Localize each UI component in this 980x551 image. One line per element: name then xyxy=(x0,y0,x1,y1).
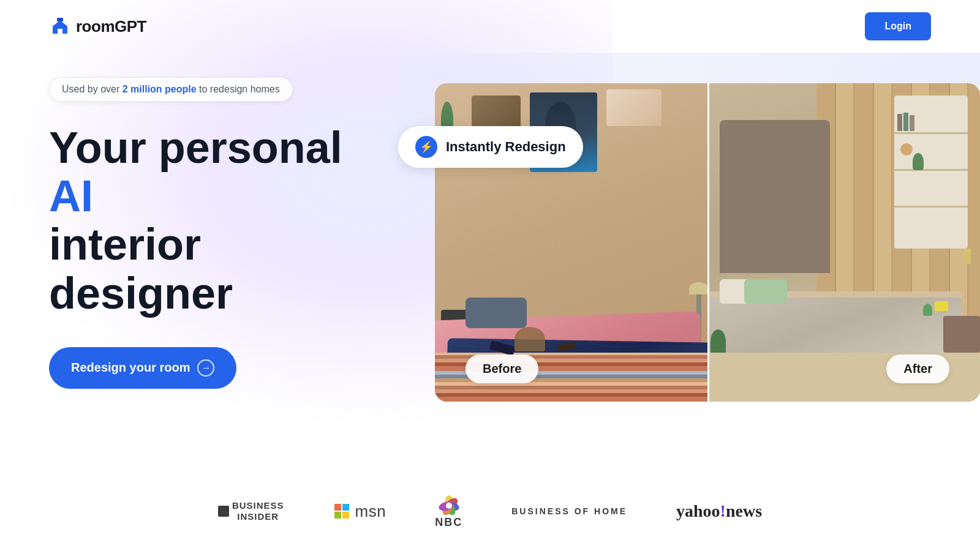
msn-text: msn xyxy=(355,502,386,521)
msn-logo: msn xyxy=(333,502,386,521)
book-3 xyxy=(910,115,914,131)
svg-point-7 xyxy=(446,503,452,509)
nbc-logo: NBC xyxy=(435,493,462,529)
header: roomGPT Login xyxy=(0,0,980,53)
msn-icon xyxy=(333,503,350,520)
shelf-3 xyxy=(894,206,968,208)
before-label: Before xyxy=(466,354,538,383)
pillow-dark xyxy=(466,298,527,328)
business-insider-logo: BUSINESS INSIDER xyxy=(218,500,284,522)
svg-rect-0 xyxy=(57,18,63,21)
after-bed xyxy=(707,242,962,353)
nightstand xyxy=(943,316,980,353)
arrow-icon: → xyxy=(197,359,214,377)
shelf-2 xyxy=(894,169,968,171)
room-after: After xyxy=(707,83,980,402)
candle xyxy=(963,249,971,264)
hero-title-ai: AI xyxy=(49,171,93,220)
book-1 xyxy=(897,114,902,131)
social-proof-suffix: to redesign homes xyxy=(197,84,280,94)
shelf-1 xyxy=(894,132,968,134)
logo-text: roomGPT xyxy=(76,17,146,36)
shelving xyxy=(894,96,968,249)
logo[interactable]: roomGPT xyxy=(49,15,146,37)
business-of-home-logo: BUSINESS OF HOME xyxy=(511,506,627,516)
yellow-accent xyxy=(935,301,948,311)
social-proof-badge: Used by over 2 million people to redesig… xyxy=(49,77,293,102)
redesign-badge-text: Instantly Redesign xyxy=(446,139,566,155)
hero-title-part2: interior designer xyxy=(49,220,233,317)
logo-icon xyxy=(49,15,71,37)
yahoo-text: yahoo!news xyxy=(676,501,762,521)
wall-photo-3 xyxy=(606,89,662,126)
login-button[interactable]: Login xyxy=(865,12,931,40)
boh-text: BUSINESS OF HOME xyxy=(511,506,627,516)
after-pillow-2 xyxy=(744,279,787,304)
nbc-text: NBC xyxy=(435,516,462,529)
floor-plant xyxy=(710,329,726,354)
bi-text-line2: INSIDER xyxy=(232,511,284,522)
press-section: BUSINESS INSIDER msn NBC BUSINESS xyxy=(0,471,980,551)
cta-button[interactable]: Redesign your room → xyxy=(49,347,236,389)
shelf-plant xyxy=(913,153,924,170)
social-proof-text: Used by over 2 million people to redesig… xyxy=(62,84,280,95)
bi-text-line1: BUSINESS xyxy=(232,500,284,511)
cta-label: Redesign your room xyxy=(71,361,190,375)
room-divider xyxy=(707,83,709,402)
after-label: After xyxy=(886,354,949,383)
social-proof-highlight: 2 million people xyxy=(123,84,197,94)
nbc-peacock-icon xyxy=(437,493,461,515)
before-label-text: Before xyxy=(483,362,521,375)
after-scene xyxy=(707,83,980,402)
decor-sphere xyxy=(900,143,913,156)
yahoo-news-logo: yahoo!news xyxy=(676,501,762,521)
book-2 xyxy=(903,113,908,131)
after-label-text: After xyxy=(903,362,932,375)
basket xyxy=(514,327,545,351)
hero-title-part1: Your personal xyxy=(49,123,342,172)
hero-title: Your personal AI interior designer xyxy=(49,124,380,318)
social-proof-prefix: Used by over xyxy=(62,84,123,94)
nightstand-plant xyxy=(923,304,932,316)
